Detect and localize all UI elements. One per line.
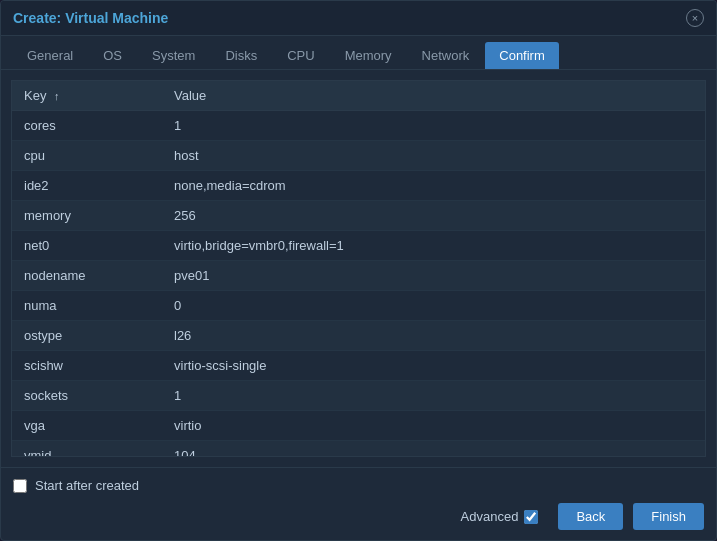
table-row: cpuhost [12,141,705,171]
table-row: vgavirtio [12,411,705,441]
tab-bar: General OS System Disks CPU Memory Netwo… [1,36,716,70]
row-key: scishw [12,351,162,381]
tab-confirm[interactable]: Confirm [485,42,559,69]
table-row: ostypel26 [12,321,705,351]
tab-network[interactable]: Network [408,42,484,69]
row-value: pve01 [162,261,705,291]
table-row: ide2none,media=cdrom [12,171,705,201]
dialog-title: Create: Virtual Machine [13,10,168,26]
table-row: sockets1 [12,381,705,411]
tab-general[interactable]: General [13,42,87,69]
table-row: cores1 [12,111,705,141]
row-key: vmid [12,441,162,458]
tab-system[interactable]: System [138,42,209,69]
row-value: l26 [162,321,705,351]
sort-icon: ↑ [54,90,60,102]
row-value: host [162,141,705,171]
advanced-label: Advanced [461,509,519,524]
table-row: nodenamepve01 [12,261,705,291]
advanced-checkbox[interactable] [524,510,538,524]
table-row: net0virtio,bridge=vmbr0,firewall=1 [12,231,705,261]
back-button[interactable]: Back [558,503,623,530]
row-value: 1 [162,111,705,141]
row-key: sockets [12,381,162,411]
key-column-header[interactable]: Key ↑ [12,81,162,111]
footer-buttons: Advanced Back Finish [13,503,704,530]
row-value: none,media=cdrom [162,171,705,201]
create-vm-dialog: Create: Virtual Machine × General OS Sys… [0,0,717,541]
title-bar: Create: Virtual Machine × [1,1,716,36]
close-button[interactable]: × [686,9,704,27]
row-key: vga [12,411,162,441]
row-value: virtio-scsi-single [162,351,705,381]
value-column-header: Value [162,81,705,111]
tab-os[interactable]: OS [89,42,136,69]
row-key: net0 [12,231,162,261]
table-row: numa0 [12,291,705,321]
tab-cpu[interactable]: CPU [273,42,328,69]
row-key: cores [12,111,162,141]
table-row: scishwvirtio-scsi-single [12,351,705,381]
row-key: ide2 [12,171,162,201]
tab-memory[interactable]: Memory [331,42,406,69]
row-value: 256 [162,201,705,231]
row-value: 104 [162,441,705,458]
start-after-created-label: Start after created [35,478,139,493]
start-after-created-checkbox[interactable] [13,479,27,493]
row-value: virtio,bridge=vmbr0,firewall=1 [162,231,705,261]
row-key: memory [12,201,162,231]
footer: Start after created Advanced Back Finish [1,467,716,540]
summary-table: Key ↑ Value cores1cpuhostide2none,media=… [12,81,705,457]
row-key: numa [12,291,162,321]
row-value: virtio [162,411,705,441]
table-row: vmid104 [12,441,705,458]
row-key: cpu [12,141,162,171]
advanced-row: Advanced [461,509,539,524]
row-key: nodename [12,261,162,291]
table-row: memory256 [12,201,705,231]
content-area: Key ↑ Value cores1cpuhostide2none,media=… [1,70,716,467]
summary-table-container: Key ↑ Value cores1cpuhostide2none,media=… [11,80,706,457]
row-key: ostype [12,321,162,351]
start-after-created-row: Start after created [13,478,704,493]
tab-disks[interactable]: Disks [211,42,271,69]
finish-button[interactable]: Finish [633,503,704,530]
row-value: 0 [162,291,705,321]
row-value: 1 [162,381,705,411]
